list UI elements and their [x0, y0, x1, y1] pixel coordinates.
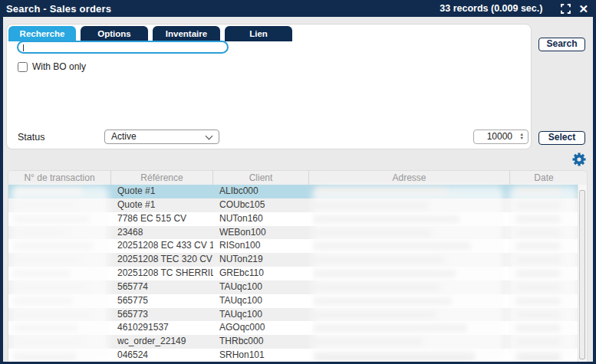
cell-transaction-redacted	[8, 253, 111, 267]
with-bo-checkbox[interactable]	[18, 62, 28, 72]
tab-options[interactable]: Options	[81, 26, 148, 41]
column-header-transaction[interactable]: N° de transaction	[8, 171, 111, 185]
column-header-date[interactable]: Date	[510, 171, 578, 185]
number-spinner[interactable]: ▲ ▼	[520, 133, 524, 140]
cell-date-redacted	[510, 280, 578, 294]
redacted-text-blob	[315, 215, 459, 223]
redacted-text-blob	[15, 188, 82, 195]
redacted-text-blob	[516, 284, 561, 291]
redacted-text-blob	[15, 270, 71, 277]
search-button[interactable]: Search	[538, 38, 585, 51]
cell-transaction-redacted	[8, 294, 111, 308]
redacted-text-blob	[15, 297, 73, 305]
cell-transaction-redacted	[8, 335, 111, 349]
redacted-text-blob	[516, 188, 561, 195]
redacted-text-blob	[516, 338, 561, 346]
gear-icon[interactable]	[571, 152, 587, 167]
close-icon[interactable]: ✕	[578, 3, 588, 15]
cell-reference: 046524	[111, 349, 213, 362]
cell-adresse-redacted	[309, 280, 510, 294]
redacted-text-blob	[315, 188, 448, 195]
redacted-text-blob	[15, 324, 78, 332]
records-count: 33 records (0.009 sec.)	[440, 3, 542, 14]
search-input[interactable]	[18, 42, 227, 52]
expand-icon[interactable]	[561, 4, 571, 14]
cell-client: GREbc110	[213, 267, 309, 280]
with-bo-row: With BO only	[18, 61, 86, 72]
table-row[interactable]: 20251208 TEC 320 CVNUTon219	[8, 253, 578, 267]
table-row[interactable]: 20251208 TC SHERRIL …GREbc110	[8, 267, 578, 280]
cell-client: TAUqc100	[213, 308, 309, 322]
cell-adresse-redacted	[309, 308, 510, 322]
cell-reference: 565775	[111, 294, 213, 308]
chevron-down-icon	[206, 133, 213, 140]
limit-input[interactable]: 10000 ▲ ▼	[473, 130, 528, 144]
redacted-text-blob	[315, 242, 471, 250]
cell-reference: 20251208 EC 433 CV 1…	[111, 239, 213, 253]
cell-reference: 565773	[111, 308, 213, 322]
redacted-text-blob	[315, 284, 440, 291]
cell-transaction-redacted	[8, 349, 111, 362]
cell-client: TAUqc100	[213, 294, 309, 308]
window-border-left	[0, 0, 3, 364]
table-row[interactable]: 046524SRHon101	[8, 349, 578, 362]
redacted-text-blob	[516, 202, 561, 209]
table-row[interactable]: 4610291537AGOqc000	[8, 321, 578, 335]
cell-adresse-redacted	[309, 349, 510, 362]
redacted-text-blob	[15, 352, 77, 359]
cell-transaction-redacted	[8, 308, 111, 322]
cell-client: NUTon160	[213, 212, 309, 226]
search-form-panel: Recherche Options Inventaire Lien With B…	[6, 24, 532, 149]
table-row[interactable]: 565773TAUqc100	[8, 308, 578, 322]
redacted-text-blob	[315, 270, 456, 277]
column-header-adresse[interactable]: Adresse	[309, 171, 510, 185]
cell-date-redacted	[510, 253, 578, 267]
table-row[interactable]: 7786 EC 515 CVNUTon160	[8, 212, 578, 226]
vertical-scrollbar[interactable]	[578, 185, 587, 362]
cell-reference: 20251208 TEC 320 CV	[111, 253, 213, 267]
cell-client: ALIbc000	[213, 185, 309, 198]
tab-lien[interactable]: Lien	[225, 26, 292, 41]
spinner-down-icon[interactable]: ▼	[520, 136, 524, 140]
redacted-text-blob	[516, 297, 561, 305]
table-body: Quote #1ALIbc000Quote #1COUbc1057786 EC …	[8, 185, 578, 362]
tab-inventaire[interactable]: Inventaire	[153, 26, 220, 41]
table-row[interactable]: 565774TAUqc100	[8, 280, 578, 294]
cell-adresse-redacted	[309, 239, 510, 253]
status-select[interactable]: Active	[104, 130, 219, 144]
table-row[interactable]: Quote #1COUbc105	[8, 198, 578, 212]
cell-reference: Quote #1	[111, 185, 213, 198]
redacted-text-blob	[315, 256, 444, 264]
cell-transaction-redacted	[8, 280, 111, 294]
scrollbar-thumb[interactable]	[579, 190, 585, 359]
redacted-text-blob	[15, 242, 94, 250]
table-row[interactable]: 565775TAUqc100	[8, 294, 578, 308]
with-bo-label: With BO only	[32, 61, 86, 72]
table-row[interactable]: Quote #1ALIbc000	[8, 185, 578, 198]
cell-adresse-redacted	[309, 212, 510, 226]
select-button[interactable]: Select	[538, 131, 585, 145]
table-row[interactable]: 23468WEBon100	[8, 226, 578, 240]
column-header-reference[interactable]: Référence	[111, 171, 213, 185]
status-selected-value: Active	[111, 131, 137, 142]
tab-recherche[interactable]: Recherche	[8, 26, 76, 41]
column-header-client[interactable]: Client	[213, 171, 309, 185]
cell-transaction-redacted	[8, 239, 111, 253]
table-row[interactable]: wc_order_22149THRbc000	[8, 335, 578, 349]
cell-date-redacted	[510, 335, 578, 349]
redacted-text-blob	[516, 229, 561, 237]
cell-reference: 4610291537	[111, 321, 213, 335]
redacted-text-blob	[15, 311, 92, 319]
redacted-text-blob	[15, 256, 81, 264]
redacted-text-blob	[315, 324, 467, 332]
table-row[interactable]: 20251208 EC 433 CV 1…RISon100	[8, 239, 578, 253]
cell-transaction-redacted	[8, 226, 111, 240]
window-title: Search - Sales orders	[6, 3, 111, 15]
cell-date-redacted	[510, 321, 578, 335]
search-sales-orders-window: Search - Sales orders 33 records (0.009 …	[0, 0, 596, 364]
redacted-text-blob	[516, 256, 561, 264]
cell-reference: 23468	[111, 226, 213, 240]
cell-date-redacted	[510, 239, 578, 253]
redacted-text-blob	[516, 242, 561, 250]
cell-transaction-redacted	[8, 198, 111, 212]
